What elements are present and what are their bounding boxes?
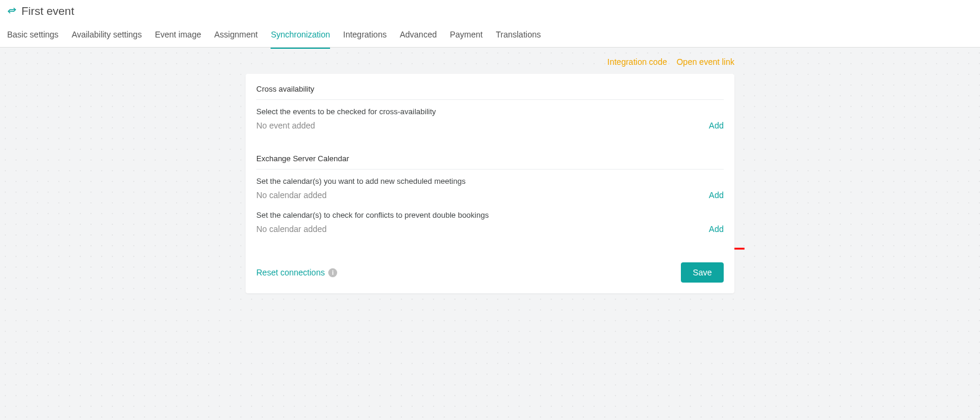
tab-integrations[interactable]: Integrations <box>343 30 387 49</box>
tab-assignment[interactable]: Assignment <box>214 30 257 49</box>
info-icon: i <box>328 268 337 277</box>
exchange-add-row: No calendar added Add <box>256 190 724 200</box>
page-header: First event Basic settings Availability … <box>0 0 980 48</box>
save-button[interactable]: Save <box>681 262 724 283</box>
exchange-add-placeholder: No calendar added <box>256 190 326 200</box>
card-footer: Reset connections i Save <box>256 262 724 283</box>
open-event-link[interactable]: Open event link <box>677 57 734 67</box>
tab-translations[interactable]: Translations <box>496 30 541 49</box>
cross-availability-desc: Select the events to be checked for cros… <box>256 107 724 116</box>
swap-icon <box>7 7 17 16</box>
reset-connections-label: Reset connections <box>256 268 325 277</box>
exchange-title: Exchange Server Calendar <box>256 154 724 170</box>
exchange-add-desc: Set the calendar(s) you want to add new … <box>256 177 724 186</box>
tab-basic-settings[interactable]: Basic settings <box>7 30 58 49</box>
exchange-conflict-placeholder: No calendar added <box>256 224 326 234</box>
cross-availability-row: No event added Add <box>256 121 724 130</box>
integration-code-link[interactable]: Integration code <box>607 57 667 67</box>
tab-synchronization[interactable]: Synchronization <box>271 30 330 49</box>
tab-event-image[interactable]: Event image <box>155 30 201 49</box>
title-row: First event <box>0 0 980 18</box>
exchange-conflict-desc: Set the calendar(s) to check for conflic… <box>256 211 724 220</box>
reset-connections-link[interactable]: Reset connections i <box>256 268 337 277</box>
content-area: Integration code Open event link Cross a… <box>0 48 980 293</box>
page-title: First event <box>21 5 74 18</box>
add-exchange-calendar-button[interactable]: Add <box>709 190 724 200</box>
tabs-bar: Basic settings Availability settings Eve… <box>0 29 980 50</box>
add-cross-availability-button[interactable]: Add <box>709 121 724 130</box>
top-links: Integration code Open event link <box>246 57 734 67</box>
cross-availability-placeholder: No event added <box>256 121 315 130</box>
settings-card: Cross availability Select the events to … <box>246 74 734 293</box>
tab-payment[interactable]: Payment <box>450 30 482 49</box>
cross-availability-title: Cross availability <box>256 84 724 100</box>
add-conflict-calendar-button[interactable]: Add <box>709 224 724 234</box>
tab-availability-settings[interactable]: Availability settings <box>71 30 142 49</box>
tab-advanced[interactable]: Advanced <box>400 30 436 49</box>
exchange-conflict-row: No calendar added Add <box>256 224 724 234</box>
